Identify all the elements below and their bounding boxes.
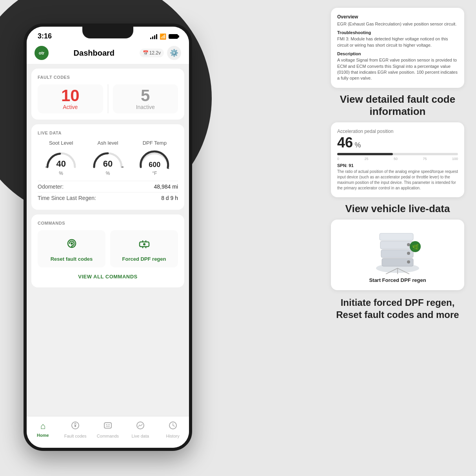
fault-feature-heading: View detailed fault code information — [331, 93, 464, 118]
svg-point-10 — [143, 243, 145, 245]
nav-commands[interactable]: Commands — [92, 420, 124, 440]
svg-point-25 — [407, 252, 410, 255]
nav-fault-codes[interactable]: Fault codes — [59, 420, 92, 440]
description-title: Description — [337, 51, 458, 56]
svg-rect-12 — [74, 425, 76, 427]
dpf-unit: °F — [152, 171, 157, 176]
history-nav-label: History — [166, 434, 179, 438]
dpf-container: 600 — [137, 147, 172, 169]
ld-label: Acceleration pedal position — [337, 129, 458, 134]
fault-codes-label: FAULT CODES — [38, 75, 178, 80]
dpf-label: DPF Temp — [143, 140, 167, 146]
view-all-commands-button[interactable]: VIEW ALL COMMANDS — [38, 272, 178, 281]
fault-codes-grid: 10 Active 5 Inactive — [38, 84, 178, 113]
ld-value: 46 — [337, 134, 353, 151]
fault-codes-card: FAULT CODES 10 Active 5 Inactive — [31, 69, 184, 120]
fault-divider — [108, 84, 108, 113]
phone-wrapper: 3:16 📶 otr Dashboard 📅 12 — [24, 24, 192, 451]
gear-icon: ⚙️ — [170, 49, 178, 57]
dpf-bottom-heading: Initiate forced DPF regen, Reset fault c… — [331, 296, 464, 321]
ash-value: 60 — [103, 159, 113, 169]
ld-unit: % — [355, 141, 361, 149]
status-time: 3:16 — [38, 32, 52, 40]
calendar-icon: 📅 — [143, 50, 149, 56]
soot-label: Soot Level — [49, 140, 73, 146]
fault-info-card: Overview EGR (Exhaust Gas Recirculation)… — [331, 8, 464, 88]
svg-text:🌿: 🌿 — [412, 244, 419, 251]
soot-unit: % — [59, 171, 63, 176]
forced-dpf-icon — [136, 236, 153, 253]
bottom-nav: ⌂ Home Fault codes — [27, 416, 189, 448]
dpf-value: 600 — [149, 161, 160, 169]
troubleshooting-text: FMI 3: Module has detected higher voltag… — [337, 36, 458, 48]
page-title: Dashboard — [74, 49, 114, 58]
phone-frame: 3:16 📶 otr Dashboard 📅 12 — [24, 24, 192, 451]
fault-codes-icon — [71, 421, 80, 432]
svg-rect-13 — [104, 423, 111, 428]
dpf-illustration: 🌿 — [366, 227, 429, 274]
live-data-icon — [136, 421, 145, 432]
history-icon — [169, 421, 177, 432]
odometer-value: 48,984 mi — [154, 183, 178, 190]
gauges-row: Soot Level 40 % Ash l — [38, 140, 178, 176]
wifi-icon: 📶 — [160, 33, 166, 40]
nav-history[interactable]: History — [156, 420, 189, 440]
active-faults-item[interactable]: 10 Active — [38, 84, 103, 113]
header-right: 📅 12.2v ⚙️ — [140, 46, 181, 60]
soot-container: 40 — [44, 147, 79, 169]
inactive-faults-item[interactable]: 5 Inactive — [113, 84, 178, 113]
reset-faults-icon — [63, 236, 80, 253]
otr-logo: otr — [35, 46, 49, 60]
dpf-regen-card[interactable]: 🌿 Start Forced DPF regen — [331, 220, 464, 290]
commands-icon — [104, 421, 112, 432]
odometer-label: Odometer: — [38, 183, 64, 190]
active-fault-count: 10 — [61, 87, 80, 104]
status-icons: 📶 — [150, 33, 178, 40]
spn-label: SPN: 91 — [337, 163, 458, 168]
commands-label: COMMANDS — [38, 221, 178, 225]
svg-rect-23 — [380, 233, 413, 240]
phone-content: FAULT CODES 10 Active 5 Inactive LIVE DA… — [27, 64, 189, 416]
ld-value-row: 46 % — [337, 136, 458, 150]
overview-text: EGR (Exhaust Gas Recirculation) valve po… — [337, 21, 458, 27]
fault-codes-nav-label: Fault codes — [64, 434, 87, 438]
settings-button[interactable]: ⚙️ — [167, 46, 181, 60]
commands-grid: Reset fault codes — [38, 230, 178, 267]
overview-title: Overview — [337, 14, 458, 20]
progress-fill — [337, 153, 393, 155]
forced-dpf-button[interactable]: Forced DPF regen — [110, 230, 178, 267]
nav-live-data[interactable]: Live data — [124, 420, 156, 440]
commands-card: COMMANDS Reset fault codes — [31, 214, 184, 287]
live-data-nav-label: Live data — [131, 434, 149, 438]
description-text: A voltage Signal from EGR valve position… — [337, 57, 458, 82]
signal-icon — [150, 34, 157, 39]
home-icon: ⌂ — [40, 421, 45, 431]
voltage-badge: 📅 12.2v — [140, 49, 164, 57]
reset-faults-label: Reset fault codes — [51, 256, 93, 262]
ld-description: The ratio of actual position of the anal… — [337, 169, 458, 191]
svg-line-2 — [168, 168, 169, 169]
dpf-gauge: DPF Temp 600 °F — [137, 140, 172, 176]
phone-notch — [82, 27, 133, 38]
svg-point-26 — [407, 243, 410, 246]
ash-label: Ash level — [98, 140, 118, 146]
live-data-card: LIVE DATA Soot Level 40 — [31, 124, 184, 210]
troubleshooting-title: Troubleshooting — [337, 30, 458, 35]
ash-gauge: Ash level 60 % — [90, 140, 125, 176]
dpf-svg: 🌿 — [366, 227, 429, 274]
live-data-label: LIVE DATA — [38, 131, 178, 135]
reset-faults-button[interactable]: Reset fault codes — [38, 230, 105, 267]
soot-value: 40 — [56, 159, 65, 169]
svg-point-24 — [407, 260, 410, 263]
dpf-card-label: Start Forced DPF regen — [369, 277, 426, 283]
ash-container: 60 — [90, 147, 125, 169]
commands-nav-label: Commands — [97, 434, 119, 438]
regen-label: Time Since Last Regen: — [38, 195, 96, 201]
nav-home[interactable]: ⌂ Home — [27, 420, 59, 440]
soot-gauge: Soot Level 40 % — [44, 140, 79, 176]
battery-icon — [169, 34, 178, 39]
progress-ticks: 0 25 50 75 100 — [337, 157, 458, 161]
forced-dpf-label: Forced DPF regen — [122, 256, 166, 262]
app-header: otr Dashboard 📅 12.2v ⚙️ — [27, 42, 189, 64]
regen-value: 8 d 9 h — [161, 195, 178, 201]
